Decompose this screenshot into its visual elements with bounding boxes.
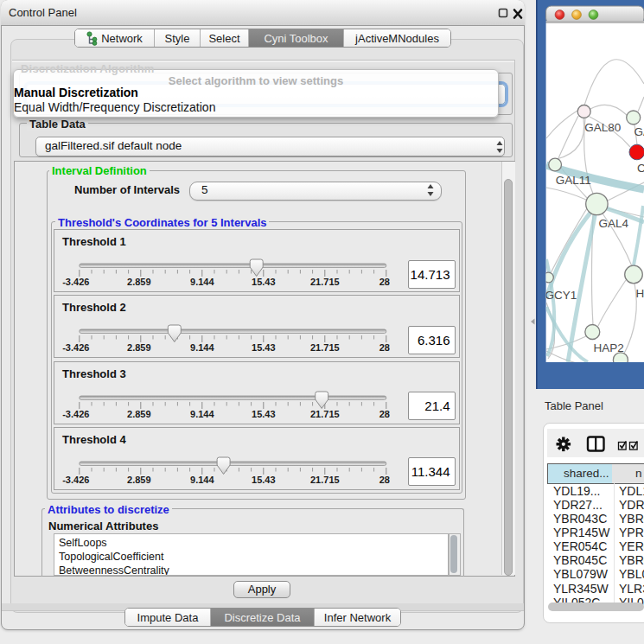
svg-text:GAL4: GAL4 bbox=[598, 217, 628, 230]
svg-text:HAP2: HAP2 bbox=[594, 341, 624, 354]
svg-text:GA: GA bbox=[634, 125, 644, 138]
svg-text:C: C bbox=[637, 162, 644, 175]
svg-text:H: H bbox=[636, 287, 644, 300]
svg-text:GAL80: GAL80 bbox=[584, 121, 621, 134]
svg-text:GCY1: GCY1 bbox=[545, 289, 577, 302]
svg-text:GAL11: GAL11 bbox=[556, 174, 591, 187]
